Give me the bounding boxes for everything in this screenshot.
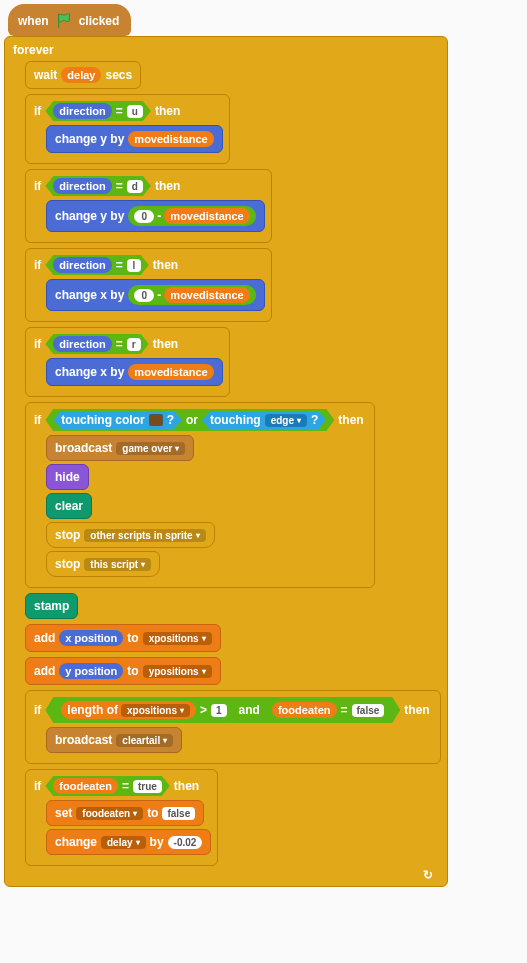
- edge-dropdown[interactable]: edge: [265, 414, 307, 427]
- forever-block[interactable]: forever wait delay secs if direction = u…: [4, 36, 448, 887]
- wait-block[interactable]: wait delay secs: [25, 61, 141, 89]
- change-y-by-neg[interactable]: change y by 0 - movedistance: [46, 200, 265, 232]
- touching-edge[interactable]: touching edge ?: [202, 411, 326, 429]
- and-condition[interactable]: length of xpositions > 1 and foodeaten =…: [45, 697, 400, 723]
- color-swatch[interactable]: [149, 414, 163, 426]
- eq-l[interactable]: direction = l: [45, 255, 148, 275]
- green-flag-icon: [55, 12, 73, 30]
- gt-condition[interactable]: length of xpositions > 1: [53, 699, 234, 721]
- if-foodeaten-true[interactable]: if foodeaten = true then set foodeaten t…: [25, 769, 218, 866]
- x-position-reporter[interactable]: x position: [59, 630, 123, 646]
- stamp-block[interactable]: stamp: [25, 593, 78, 619]
- forever-label: forever: [13, 43, 54, 57]
- clicked-label: clicked: [79, 14, 120, 28]
- stop-this[interactable]: stop this script: [46, 551, 160, 577]
- stop-other[interactable]: stop other scripts in sprite: [46, 522, 215, 548]
- eq-r[interactable]: direction = r: [45, 334, 148, 354]
- if-direction-l[interactable]: if direction = l then change x by 0 - mo…: [25, 248, 272, 322]
- change-x-by-movedistance[interactable]: change x by movedistance: [46, 358, 223, 386]
- eq-foodeaten-false[interactable]: foodeaten = false: [264, 700, 392, 720]
- eq-d[interactable]: direction = d: [45, 176, 151, 196]
- clear-block[interactable]: clear: [46, 493, 92, 519]
- if-direction-d[interactable]: if direction = d then change y by 0 - mo…: [25, 169, 272, 243]
- or-condition[interactable]: touching color ? or touching edge ?: [45, 409, 334, 431]
- if-touching[interactable]: if touching color ? or touching edge ? t…: [25, 402, 375, 588]
- y-position-reporter[interactable]: y position: [59, 663, 123, 679]
- eq-foodeaten-true[interactable]: foodeaten = true: [45, 776, 169, 796]
- broadcast-gameover[interactable]: broadcast game over: [46, 435, 194, 461]
- var-movedistance[interactable]: movedistance: [128, 131, 213, 147]
- set-foodeaten-false[interactable]: set foodeaten to false: [46, 800, 204, 826]
- direction-reporter[interactable]: direction: [53, 103, 111, 119]
- when-label: when: [18, 14, 49, 28]
- hat-when-flag-clicked[interactable]: when clicked: [8, 4, 131, 36]
- change-delay-by[interactable]: change delay by -0.02: [46, 829, 211, 855]
- add-xpos[interactable]: add x position to xpositions: [25, 624, 221, 652]
- eq-u[interactable]: direction = u: [45, 101, 151, 121]
- if-direction-r[interactable]: if direction = r then change x by movedi…: [25, 327, 230, 397]
- add-ypos[interactable]: add y position to ypositions: [25, 657, 221, 685]
- subtract-op[interactable]: 0 - movedistance: [128, 206, 255, 226]
- if-direction-u[interactable]: if direction = u then change y by movedi…: [25, 94, 230, 164]
- change-x-by-neg[interactable]: change x by 0 - movedistance: [46, 279, 265, 311]
- hide-block[interactable]: hide: [46, 464, 89, 490]
- length-of[interactable]: length of xpositions: [61, 701, 196, 719]
- loop-arrow-icon: ↻: [11, 866, 441, 882]
- var-delay[interactable]: delay: [61, 67, 101, 83]
- if-length-and-foodeaten[interactable]: if length of xpositions > 1 and foodeate…: [25, 690, 441, 764]
- broadcast-cleartail[interactable]: broadcast cleartail: [46, 727, 182, 753]
- change-y-by-movedistance[interactable]: change y by movedistance: [46, 125, 223, 153]
- touching-color[interactable]: touching color ?: [53, 411, 182, 429]
